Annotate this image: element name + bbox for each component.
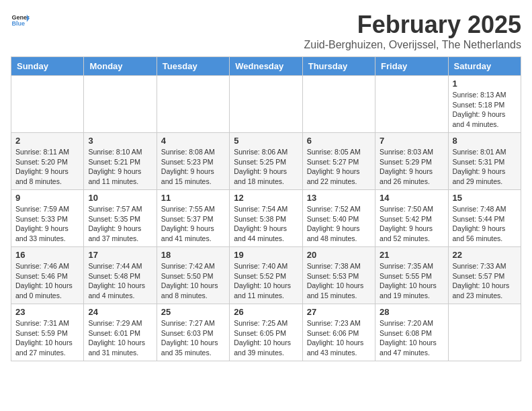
day-info: Sunrise: 7:55 AM Sunset: 5:37 PM Dayligh… bbox=[161, 204, 225, 244]
calendar: SundayMondayTuesdayWednesdayThursdayFrid… bbox=[11, 56, 521, 361]
day-number: 3 bbox=[88, 136, 152, 146]
day-info: Sunrise: 7:44 AM Sunset: 5:48 PM Dayligh… bbox=[88, 261, 152, 301]
day-number: 19 bbox=[234, 250, 298, 260]
day-cell bbox=[448, 304, 521, 361]
location: Zuid-Berghuizen, Overijssel, The Netherl… bbox=[304, 39, 521, 51]
day-number: 16 bbox=[15, 250, 79, 260]
day-cell: 7Sunrise: 8:03 AM Sunset: 5:29 PM Daylig… bbox=[375, 133, 448, 190]
day-info: Sunrise: 8:08 AM Sunset: 5:23 PM Dayligh… bbox=[161, 147, 225, 187]
header: General Blue February 2025 Zuid-Berghuiz… bbox=[11, 11, 521, 51]
day-cell: 9Sunrise: 7:59 AM Sunset: 5:33 PM Daylig… bbox=[11, 190, 84, 247]
day-cell bbox=[84, 76, 157, 133]
day-cell bbox=[157, 76, 229, 133]
month-year: February 2025 bbox=[304, 11, 521, 39]
day-info: Sunrise: 7:29 AM Sunset: 6:01 PM Dayligh… bbox=[88, 318, 152, 358]
day-number: 7 bbox=[380, 136, 443, 146]
day-info: Sunrise: 7:54 AM Sunset: 5:38 PM Dayligh… bbox=[234, 204, 298, 244]
day-info: Sunrise: 7:25 AM Sunset: 6:05 PM Dayligh… bbox=[234, 318, 298, 358]
day-cell: 1Sunrise: 8:13 AM Sunset: 5:18 PM Daylig… bbox=[448, 76, 521, 133]
day-number: 20 bbox=[307, 250, 371, 260]
day-info: Sunrise: 7:31 AM Sunset: 5:59 PM Dayligh… bbox=[15, 318, 79, 358]
day-cell: 5Sunrise: 8:06 AM Sunset: 5:25 PM Daylig… bbox=[230, 133, 302, 190]
day-number: 6 bbox=[307, 136, 371, 146]
week-row-1: 1Sunrise: 8:13 AM Sunset: 5:18 PM Daylig… bbox=[11, 76, 521, 133]
day-cell: 3Sunrise: 8:10 AM Sunset: 5:21 PM Daylig… bbox=[84, 133, 157, 190]
week-row-5: 23Sunrise: 7:31 AM Sunset: 5:59 PM Dayli… bbox=[11, 304, 521, 361]
day-number: 27 bbox=[307, 307, 371, 317]
day-cell bbox=[11, 76, 84, 133]
column-header-tuesday: Tuesday bbox=[157, 57, 229, 76]
day-info: Sunrise: 7:52 AM Sunset: 5:40 PM Dayligh… bbox=[307, 204, 371, 244]
day-number: 22 bbox=[453, 250, 517, 260]
day-cell: 20Sunrise: 7:38 AM Sunset: 5:53 PM Dayli… bbox=[302, 247, 375, 304]
day-info: Sunrise: 8:10 AM Sunset: 5:21 PM Dayligh… bbox=[88, 147, 152, 187]
day-number: 13 bbox=[307, 193, 371, 203]
day-number: 14 bbox=[380, 193, 443, 203]
day-cell: 10Sunrise: 7:57 AM Sunset: 5:35 PM Dayli… bbox=[84, 190, 157, 247]
day-cell: 19Sunrise: 7:40 AM Sunset: 5:52 PM Dayli… bbox=[230, 247, 302, 304]
day-cell: 18Sunrise: 7:42 AM Sunset: 5:50 PM Dayli… bbox=[157, 247, 229, 304]
day-cell: 22Sunrise: 7:33 AM Sunset: 5:57 PM Dayli… bbox=[448, 247, 521, 304]
day-info: Sunrise: 7:35 AM Sunset: 5:55 PM Dayligh… bbox=[380, 261, 443, 301]
day-cell: 14Sunrise: 7:50 AM Sunset: 5:42 PM Dayli… bbox=[375, 190, 448, 247]
column-header-sunday: Sunday bbox=[11, 57, 84, 76]
day-cell: 17Sunrise: 7:44 AM Sunset: 5:48 PM Dayli… bbox=[84, 247, 157, 304]
day-info: Sunrise: 7:38 AM Sunset: 5:53 PM Dayligh… bbox=[307, 261, 371, 301]
day-number: 24 bbox=[88, 307, 152, 317]
title-area: February 2025 Zuid-Berghuizen, Overijsse… bbox=[304, 11, 521, 51]
day-number: 12 bbox=[234, 193, 298, 203]
day-info: Sunrise: 7:46 AM Sunset: 5:46 PM Dayligh… bbox=[15, 261, 79, 301]
day-number: 17 bbox=[88, 250, 152, 260]
day-info: Sunrise: 8:11 AM Sunset: 5:20 PM Dayligh… bbox=[15, 147, 79, 187]
column-header-saturday: Saturday bbox=[448, 57, 521, 76]
day-number: 8 bbox=[453, 136, 517, 146]
day-info: Sunrise: 7:23 AM Sunset: 6:06 PM Dayligh… bbox=[307, 318, 371, 358]
day-number: 23 bbox=[15, 307, 79, 317]
day-info: Sunrise: 7:40 AM Sunset: 5:52 PM Dayligh… bbox=[234, 261, 298, 301]
day-info: Sunrise: 7:33 AM Sunset: 5:57 PM Dayligh… bbox=[453, 261, 517, 301]
day-cell: 2Sunrise: 8:11 AM Sunset: 5:20 PM Daylig… bbox=[11, 133, 84, 190]
day-number: 5 bbox=[234, 136, 298, 146]
day-cell: 27Sunrise: 7:23 AM Sunset: 6:06 PM Dayli… bbox=[302, 304, 375, 361]
day-info: Sunrise: 8:05 AM Sunset: 5:27 PM Dayligh… bbox=[307, 147, 371, 187]
week-row-2: 2Sunrise: 8:11 AM Sunset: 5:20 PM Daylig… bbox=[11, 133, 521, 190]
column-header-thursday: Thursday bbox=[302, 57, 375, 76]
day-cell: 8Sunrise: 8:01 AM Sunset: 5:31 PM Daylig… bbox=[448, 133, 521, 190]
day-number: 15 bbox=[453, 193, 517, 203]
day-cell: 28Sunrise: 7:20 AM Sunset: 6:08 PM Dayli… bbox=[375, 304, 448, 361]
week-row-4: 16Sunrise: 7:46 AM Sunset: 5:46 PM Dayli… bbox=[11, 247, 521, 304]
day-number: 28 bbox=[380, 307, 443, 317]
day-cell: 24Sunrise: 7:29 AM Sunset: 6:01 PM Dayli… bbox=[84, 304, 157, 361]
day-info: Sunrise: 8:13 AM Sunset: 5:18 PM Dayligh… bbox=[453, 90, 517, 130]
day-info: Sunrise: 7:59 AM Sunset: 5:33 PM Dayligh… bbox=[15, 204, 79, 244]
day-cell: 12Sunrise: 7:54 AM Sunset: 5:38 PM Dayli… bbox=[230, 190, 302, 247]
day-cell: 16Sunrise: 7:46 AM Sunset: 5:46 PM Dayli… bbox=[11, 247, 84, 304]
day-info: Sunrise: 7:42 AM Sunset: 5:50 PM Dayligh… bbox=[161, 261, 225, 301]
svg-text:Blue: Blue bbox=[11, 20, 25, 27]
day-number: 21 bbox=[380, 250, 443, 260]
day-cell bbox=[375, 76, 448, 133]
day-info: Sunrise: 7:27 AM Sunset: 6:03 PM Dayligh… bbox=[161, 318, 225, 358]
day-number: 10 bbox=[88, 193, 152, 203]
day-info: Sunrise: 7:50 AM Sunset: 5:42 PM Dayligh… bbox=[380, 204, 443, 244]
day-number: 26 bbox=[234, 307, 298, 317]
day-number: 4 bbox=[161, 136, 225, 146]
day-number: 25 bbox=[161, 307, 225, 317]
day-cell bbox=[230, 76, 302, 133]
day-number: 18 bbox=[161, 250, 225, 260]
day-number: 2 bbox=[15, 136, 79, 146]
calendar-header-row: SundayMondayTuesdayWednesdayThursdayFrid… bbox=[11, 57, 521, 76]
day-cell: 23Sunrise: 7:31 AM Sunset: 5:59 PM Dayli… bbox=[11, 304, 84, 361]
day-number: 1 bbox=[453, 79, 517, 89]
day-cell: 26Sunrise: 7:25 AM Sunset: 6:05 PM Dayli… bbox=[230, 304, 302, 361]
day-cell: 15Sunrise: 7:48 AM Sunset: 5:44 PM Dayli… bbox=[448, 190, 521, 247]
day-cell: 4Sunrise: 8:08 AM Sunset: 5:23 PM Daylig… bbox=[157, 133, 229, 190]
day-number: 11 bbox=[161, 193, 225, 203]
day-cell: 11Sunrise: 7:55 AM Sunset: 5:37 PM Dayli… bbox=[157, 190, 229, 247]
day-cell: 6Sunrise: 8:05 AM Sunset: 5:27 PM Daylig… bbox=[302, 133, 375, 190]
day-cell: 25Sunrise: 7:27 AM Sunset: 6:03 PM Dayli… bbox=[157, 304, 229, 361]
day-info: Sunrise: 7:48 AM Sunset: 5:44 PM Dayligh… bbox=[453, 204, 517, 244]
day-info: Sunrise: 7:20 AM Sunset: 6:08 PM Dayligh… bbox=[380, 318, 443, 358]
day-info: Sunrise: 8:03 AM Sunset: 5:29 PM Dayligh… bbox=[380, 147, 443, 187]
day-info: Sunrise: 8:06 AM Sunset: 5:25 PM Dayligh… bbox=[234, 147, 298, 187]
